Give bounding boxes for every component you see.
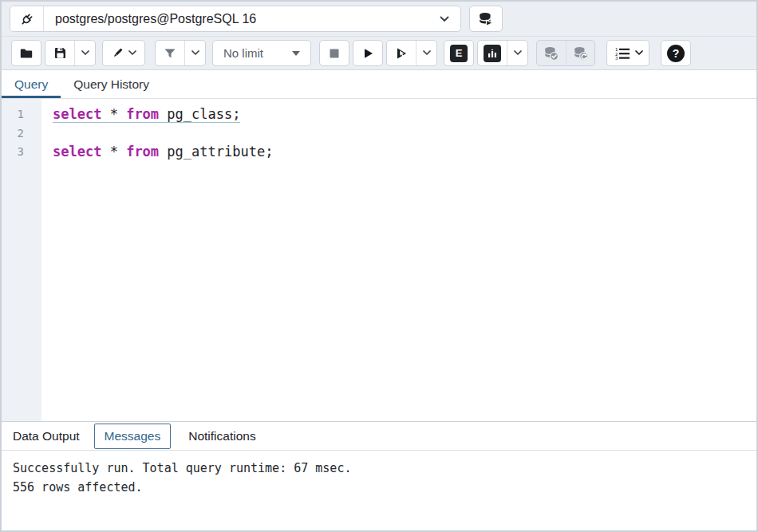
tab-messages-label: Messages	[105, 429, 161, 443]
chevron-down-icon	[635, 50, 643, 56]
commit-button	[537, 41, 566, 65]
chevron-down-icon	[128, 50, 136, 56]
macros-group: 1 2 3	[606, 40, 649, 66]
connection-status-button[interactable]	[10, 6, 44, 31]
code-line[interactable]	[53, 124, 756, 144]
rollback-button	[566, 41, 594, 65]
dropdown-arrow-icon	[292, 51, 300, 56]
connection-select-value: postgres/postgres@PostgreSQL 16	[55, 12, 256, 26]
explain-analyze-group	[477, 40, 528, 66]
play-cursor-icon	[394, 46, 409, 61]
db-commit-icon	[543, 45, 559, 61]
execute-script-group	[386, 40, 437, 66]
stop-group	[319, 40, 349, 66]
connection-select[interactable]: postgres/postgres@PostgreSQL 16	[44, 6, 460, 31]
new-connection-database-icon	[478, 11, 494, 27]
message-line: Successfully run. Total query runtime: 6…	[13, 459, 745, 478]
filter-group	[155, 40, 206, 66]
line-number: 1	[2, 105, 41, 124]
explain-icon: E	[450, 45, 468, 62]
open-file-group	[11, 40, 41, 66]
tab-notifications-label: Notifications	[188, 429, 255, 443]
tab-query[interactable]: Query	[2, 70, 61, 98]
explain-button[interactable]: E	[444, 41, 473, 65]
tab-query-history[interactable]: Query History	[61, 70, 162, 98]
explain-analyze-button[interactable]	[478, 41, 507, 65]
execute-script-button[interactable]	[387, 41, 416, 65]
connection-group: postgres/postgres@PostgreSQL 16	[10, 6, 461, 32]
row-limit-value: No limit	[223, 46, 263, 60]
query-toolbar: No limit	[2, 37, 756, 70]
filter-options-button[interactable]	[184, 41, 205, 65]
edit-group	[102, 40, 145, 66]
macros-button[interactable]: 1 2 3	[607, 41, 649, 65]
chevron-down-icon	[191, 50, 199, 56]
line-number: 3	[2, 143, 41, 162]
messages-panel: Successfully run. Total query runtime: 6…	[2, 451, 756, 530]
code-line[interactable]: select * from pg_attribute;	[53, 143, 756, 162]
line-number-gutter: 123	[2, 99, 41, 421]
tab-query-history-label: Query History	[73, 77, 149, 92]
code-line[interactable]: select * from pg_class;	[53, 105, 756, 124]
chevron-down-icon	[440, 16, 449, 22]
transaction-group	[536, 40, 595, 66]
tab-data-output-label: Data Output	[13, 429, 80, 443]
new-connection-button[interactable]	[469, 6, 503, 32]
question-icon: ?	[667, 45, 685, 62]
pencil-icon	[111, 46, 124, 60]
help-group: ?	[661, 40, 691, 66]
code-area[interactable]: select * from pg_class; select * from pg…	[41, 99, 756, 421]
plug-icon	[19, 11, 35, 27]
explain-options-button[interactable]	[507, 41, 527, 65]
numbered-list-icon: 1 2 3	[614, 46, 631, 61]
bar-chart-icon	[484, 45, 501, 62]
svg-text:3: 3	[615, 56, 618, 61]
execute-group	[353, 40, 383, 66]
folder-icon	[19, 46, 34, 61]
save-group	[45, 40, 96, 66]
funnel-icon	[163, 46, 177, 61]
stop-icon	[328, 47, 341, 60]
save-options-button[interactable]	[74, 41, 95, 65]
chevron-down-icon	[514, 50, 522, 56]
execute-options-button[interactable]	[416, 41, 436, 65]
edit-button[interactable]	[103, 41, 144, 65]
tab-data-output[interactable]: Data Output	[13, 424, 89, 448]
chevron-down-icon	[423, 50, 431, 56]
tab-messages[interactable]: Messages	[94, 424, 172, 449]
cancel-query-button[interactable]	[320, 41, 349, 65]
execute-button[interactable]	[353, 41, 382, 65]
chevron-down-icon	[81, 50, 89, 56]
sql-editor[interactable]: 123 select * from pg_class; select * fro…	[2, 99, 756, 421]
open-file-button[interactable]	[12, 41, 41, 65]
message-line: 556 rows affected.	[13, 478, 745, 497]
play-icon	[361, 47, 374, 60]
tab-notifications[interactable]: Notifications	[179, 424, 265, 448]
save-button[interactable]	[45, 41, 74, 65]
tab-query-label: Query	[14, 77, 48, 92]
explain-group: E	[444, 40, 474, 66]
db-rollback-icon	[573, 45, 589, 61]
query-tool-window: postgres/postgres@PostgreSQL 16	[0, 0, 758, 532]
help-button[interactable]: ?	[661, 41, 690, 65]
floppy-disk-icon	[53, 46, 67, 60]
filter-button[interactable]	[156, 41, 184, 65]
results-tab-bar: Data Output Messages Notifications	[2, 421, 756, 451]
line-number: 2	[2, 124, 41, 144]
row-limit-select[interactable]: No limit	[212, 40, 311, 66]
connection-bar: postgres/postgres@PostgreSQL 16	[2, 2, 756, 37]
editor-tab-bar: Query Query History	[2, 70, 756, 99]
